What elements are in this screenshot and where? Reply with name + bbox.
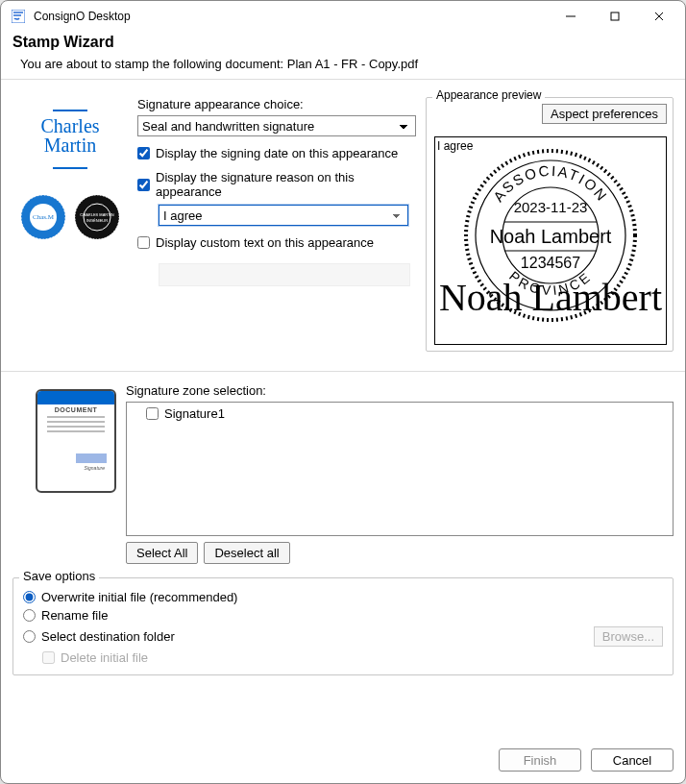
- deselect-all-button[interactable]: Deselect all: [204, 542, 289, 564]
- svg-rect-0: [12, 10, 25, 23]
- svg-text:1234567: 1234567: [521, 255, 580, 271]
- delete-initial-option: Delete initial file: [42, 650, 663, 665]
- svg-text:Noah Lambert: Noah Lambert: [490, 226, 612, 247]
- seal-blue-icon: Chas.M: [19, 193, 67, 241]
- rename-option[interactable]: Rename file: [23, 608, 663, 623]
- cancel-button[interactable]: Cancel: [591, 748, 674, 772]
- svg-text:Chas.M: Chas.M: [33, 213, 55, 221]
- maximize-button[interactable]: [593, 3, 637, 30]
- wizard-title: Stamp Wizard: [12, 34, 674, 51]
- display-reason-option[interactable]: Display the signature reason on this app…: [137, 170, 416, 199]
- svg-point-6: [75, 195, 119, 239]
- svg-text:2023-11-23: 2023-11-23: [514, 199, 588, 215]
- select-all-button[interactable]: Select All: [126, 542, 198, 564]
- wizard-subtitle: You are about to stamp the following doc…: [20, 57, 674, 71]
- rename-radio[interactable]: [23, 609, 36, 622]
- overwrite-radio[interactable]: [23, 591, 36, 603]
- delete-initial-checkbox: [42, 651, 55, 664]
- destination-radio[interactable]: [23, 630, 36, 643]
- zone-list[interactable]: Signature1: [126, 402, 674, 536]
- browse-button: Browse...: [594, 626, 663, 647]
- svg-text:CHARLES MARTIN: CHARLES MARTIN: [80, 212, 113, 217]
- footer: Finish Cancel: [1, 737, 685, 783]
- app-icon: [11, 9, 26, 24]
- appearance-select[interactable]: Seal and handwritten signature: [137, 115, 416, 136]
- svg-text:Noah Lambert: Noah Lambert: [439, 276, 662, 319]
- display-date-option[interactable]: Display the signing date on this appeara…: [137, 146, 416, 160]
- appearance-label: Signature appearance choice:: [137, 97, 416, 111]
- window: ConsignO Desktop Stamp Wizard You are ab…: [0, 0, 686, 784]
- preview-label: Appearance preview: [432, 88, 545, 102]
- appearance-thumbnail-column: Charles Martin Chas.M CHARLES MARTIN: [12, 97, 128, 241]
- seal-thumbnails: Chas.M CHARLES MARTIN INGÉNIEUR: [19, 193, 121, 241]
- custom-text-disabled-input: [159, 263, 410, 286]
- divider: [1, 371, 685, 372]
- wizard-header: Stamp Wizard You are about to stamp the …: [1, 32, 685, 80]
- svg-text:INGÉNIEUR: INGÉNIEUR: [86, 218, 108, 223]
- preview-image: I agree ASSOCIATION PROVINCE 2023-11-23: [434, 136, 667, 345]
- zone-item[interactable]: Signature1: [131, 406, 669, 421]
- zone-item-label: Signature1: [164, 406, 225, 421]
- cursive-sample: Charles Martin: [12, 97, 128, 174]
- seal-black-icon: CHARLES MARTIN INGÉNIEUR: [73, 193, 121, 241]
- save-options-panel: Save options Overwrite initial file (rec…: [12, 577, 674, 675]
- save-options-label: Save options: [19, 569, 99, 583]
- display-custom-option[interactable]: Display custom text on this appearance: [137, 235, 416, 250]
- reason-input[interactable]: [159, 205, 408, 226]
- display-date-checkbox[interactable]: [137, 147, 150, 159]
- finish-button[interactable]: Finish: [499, 748, 581, 772]
- close-button[interactable]: [637, 3, 681, 30]
- zone-label: Signature zone selection:: [126, 383, 674, 398]
- signature-zone-row: DOCUMENT Signature Signature zone select…: [12, 383, 674, 564]
- appearance-row: Charles Martin Chas.M CHARLES MARTIN: [12, 97, 674, 352]
- titlebar: ConsignO Desktop: [1, 1, 685, 32]
- preview-panel: Appearance preview Aspect preferences I …: [426, 97, 674, 352]
- svg-rect-1: [611, 12, 619, 20]
- content: Charles Martin Chas.M CHARLES MARTIN: [1, 80, 685, 737]
- display-custom-checkbox[interactable]: [137, 236, 150, 249]
- minimize-button[interactable]: [549, 3, 593, 30]
- aspect-preferences-button[interactable]: Aspect preferences: [542, 104, 667, 124]
- appearance-form: Signature appearance choice: Seal and ha…: [137, 97, 416, 286]
- zone-item-checkbox[interactable]: [146, 407, 159, 420]
- document-thumbnail: DOCUMENT Signature: [36, 389, 116, 493]
- overwrite-option[interactable]: Overwrite initial file (recommended): [23, 590, 663, 604]
- destination-option[interactable]: Select destination folder: [23, 629, 175, 644]
- app-title: ConsignO Desktop: [34, 10, 131, 23]
- display-reason-checkbox[interactable]: [137, 179, 150, 191]
